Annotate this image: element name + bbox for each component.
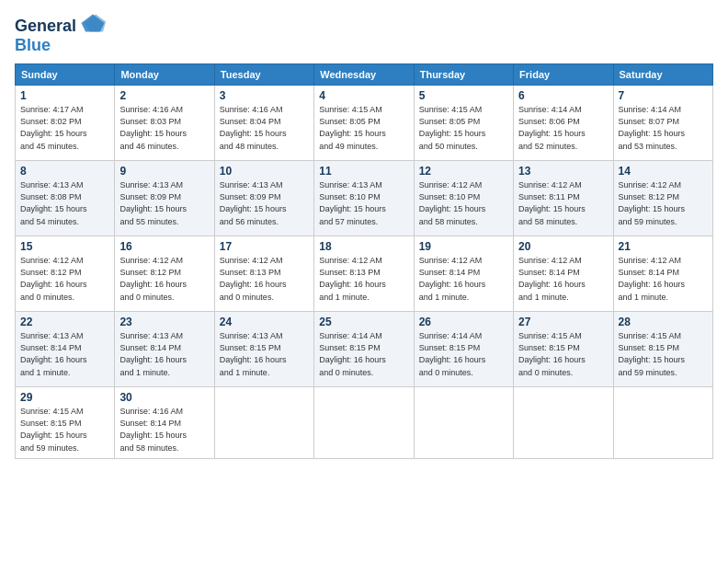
day-number: 19 xyxy=(419,240,508,253)
day-detail: Sunrise: 4:12 AM Sunset: 8:12 PM Dayligh… xyxy=(619,179,708,227)
calendar-cell: 23Sunrise: 4:13 AM Sunset: 8:14 PM Dayli… xyxy=(115,312,214,387)
day-number: 23 xyxy=(119,316,209,328)
day-number: 2 xyxy=(119,89,209,102)
day-number: 29 xyxy=(20,391,109,404)
day-number: 4 xyxy=(319,89,408,102)
day-number: 11 xyxy=(319,165,408,178)
calendar-cell: 10Sunrise: 4:13 AM Sunset: 8:09 PM Dayli… xyxy=(214,161,313,236)
calendar-cell: 1Sunrise: 4:17 AM Sunset: 8:02 PM Daylig… xyxy=(16,86,115,161)
day-detail: Sunrise: 4:12 AM Sunset: 8:14 PM Dayligh… xyxy=(518,255,608,303)
weekday-header-monday: Monday xyxy=(115,64,214,86)
day-detail: Sunrise: 4:13 AM Sunset: 8:14 PM Dayligh… xyxy=(119,330,209,378)
calendar-cell: 13Sunrise: 4:12 AM Sunset: 8:11 PM Dayli… xyxy=(514,161,613,236)
calendar-cell xyxy=(414,387,513,458)
day-detail: Sunrise: 4:15 AM Sunset: 8:05 PM Dayligh… xyxy=(419,104,508,152)
day-number: 3 xyxy=(220,89,309,102)
weekday-header-saturday: Saturday xyxy=(613,64,712,86)
day-number: 18 xyxy=(319,240,408,253)
day-detail: Sunrise: 4:15 AM Sunset: 8:15 PM Dayligh… xyxy=(20,406,109,454)
calendar-cell: 25Sunrise: 4:14 AM Sunset: 8:15 PM Dayli… xyxy=(314,312,414,387)
day-detail: Sunrise: 4:13 AM Sunset: 8:14 PM Dayligh… xyxy=(20,330,109,378)
day-detail: Sunrise: 4:14 AM Sunset: 8:15 PM Dayligh… xyxy=(419,330,508,378)
day-detail: Sunrise: 4:14 AM Sunset: 8:06 PM Dayligh… xyxy=(518,104,608,152)
calendar-cell: 12Sunrise: 4:12 AM Sunset: 8:10 PM Dayli… xyxy=(414,161,513,236)
calendar-cell: 5Sunrise: 4:15 AM Sunset: 8:05 PM Daylig… xyxy=(414,86,513,161)
day-number: 21 xyxy=(619,240,708,253)
day-number: 24 xyxy=(220,316,309,328)
calendar-cell: 6Sunrise: 4:14 AM Sunset: 8:06 PM Daylig… xyxy=(514,86,613,161)
calendar-cell: 9Sunrise: 4:13 AM Sunset: 8:09 PM Daylig… xyxy=(115,161,214,236)
day-detail: Sunrise: 4:12 AM Sunset: 8:11 PM Dayligh… xyxy=(518,179,608,227)
calendar-cell xyxy=(514,387,613,458)
day-number: 28 xyxy=(619,316,708,328)
header: General Blue xyxy=(15,11,713,54)
day-number: 25 xyxy=(319,316,408,328)
day-detail: Sunrise: 4:16 AM Sunset: 8:03 PM Dayligh… xyxy=(119,104,209,152)
calendar-cell: 3Sunrise: 4:16 AM Sunset: 8:04 PM Daylig… xyxy=(214,86,313,161)
calendar-cell: 27Sunrise: 4:15 AM Sunset: 8:15 PM Dayli… xyxy=(514,312,613,387)
day-number: 27 xyxy=(518,316,608,328)
weekday-header-thursday: Thursday xyxy=(414,64,513,86)
day-number: 1 xyxy=(20,89,109,102)
calendar-cell: 2Sunrise: 4:16 AM Sunset: 8:03 PM Daylig… xyxy=(115,86,214,161)
weekday-header-wednesday: Wednesday xyxy=(314,64,414,86)
day-number: 7 xyxy=(619,89,708,102)
calendar-cell: 28Sunrise: 4:15 AM Sunset: 8:15 PM Dayli… xyxy=(613,312,712,387)
day-detail: Sunrise: 4:12 AM Sunset: 8:14 PM Dayligh… xyxy=(419,255,508,303)
calendar-cell: 8Sunrise: 4:13 AM Sunset: 8:08 PM Daylig… xyxy=(16,161,115,236)
calendar-cell: 22Sunrise: 4:13 AM Sunset: 8:14 PM Dayli… xyxy=(16,312,115,387)
day-number: 22 xyxy=(20,316,109,328)
day-number: 15 xyxy=(20,240,109,253)
day-number: 10 xyxy=(220,165,309,178)
calendar-cell: 16Sunrise: 4:12 AM Sunset: 8:12 PM Dayli… xyxy=(115,236,214,312)
day-number: 5 xyxy=(419,89,508,102)
logo: General Blue xyxy=(15,11,104,54)
calendar-cell: 29Sunrise: 4:15 AM Sunset: 8:15 PM Dayli… xyxy=(16,387,115,458)
day-number: 9 xyxy=(119,165,209,178)
calendar-cell xyxy=(613,387,712,458)
day-detail: Sunrise: 4:15 AM Sunset: 8:15 PM Dayligh… xyxy=(619,330,708,378)
calendar-cell xyxy=(314,387,414,458)
day-detail: Sunrise: 4:16 AM Sunset: 8:04 PM Dayligh… xyxy=(220,104,309,152)
weekday-header-tuesday: Tuesday xyxy=(214,64,313,86)
day-number: 14 xyxy=(619,165,708,178)
day-detail: Sunrise: 4:12 AM Sunset: 8:10 PM Dayligh… xyxy=(419,179,508,227)
day-detail: Sunrise: 4:12 AM Sunset: 8:13 PM Dayligh… xyxy=(319,255,408,303)
calendar: SundayMondayTuesdayWednesdayThursdayFrid… xyxy=(15,63,713,458)
day-number: 8 xyxy=(20,165,109,178)
logo-text: General Blue xyxy=(15,11,104,54)
calendar-cell xyxy=(214,387,313,458)
day-detail: Sunrise: 4:13 AM Sunset: 8:10 PM Dayligh… xyxy=(319,179,408,227)
day-number: 17 xyxy=(220,240,309,253)
calendar-cell: 24Sunrise: 4:13 AM Sunset: 8:15 PM Dayli… xyxy=(214,312,313,387)
day-detail: Sunrise: 4:14 AM Sunset: 8:15 PM Dayligh… xyxy=(319,330,408,378)
day-detail: Sunrise: 4:12 AM Sunset: 8:12 PM Dayligh… xyxy=(20,255,109,303)
day-number: 13 xyxy=(518,165,608,178)
day-detail: Sunrise: 4:16 AM Sunset: 8:14 PM Dayligh… xyxy=(119,406,209,454)
day-detail: Sunrise: 4:14 AM Sunset: 8:07 PM Dayligh… xyxy=(619,104,708,152)
weekday-header-friday: Friday xyxy=(514,64,613,86)
page: General Blue SundayMondayTuesdayWedne xyxy=(0,0,728,563)
day-detail: Sunrise: 4:15 AM Sunset: 8:05 PM Dayligh… xyxy=(319,104,408,152)
day-detail: Sunrise: 4:13 AM Sunset: 8:09 PM Dayligh… xyxy=(119,179,209,227)
calendar-cell: 14Sunrise: 4:12 AM Sunset: 8:12 PM Dayli… xyxy=(613,161,712,236)
calendar-cell: 17Sunrise: 4:12 AM Sunset: 8:13 PM Dayli… xyxy=(214,236,313,312)
day-detail: Sunrise: 4:13 AM Sunset: 8:09 PM Dayligh… xyxy=(220,179,309,227)
day-number: 16 xyxy=(119,240,209,253)
day-detail: Sunrise: 4:12 AM Sunset: 8:14 PM Dayligh… xyxy=(619,255,708,303)
day-number: 26 xyxy=(419,316,508,328)
day-detail: Sunrise: 4:12 AM Sunset: 8:12 PM Dayligh… xyxy=(119,255,209,303)
calendar-cell: 15Sunrise: 4:12 AM Sunset: 8:12 PM Dayli… xyxy=(16,236,115,312)
day-number: 30 xyxy=(119,391,209,404)
day-number: 6 xyxy=(518,89,608,102)
day-detail: Sunrise: 4:17 AM Sunset: 8:02 PM Dayligh… xyxy=(20,104,109,152)
calendar-cell: 19Sunrise: 4:12 AM Sunset: 8:14 PM Dayli… xyxy=(414,236,513,312)
calendar-cell: 7Sunrise: 4:14 AM Sunset: 8:07 PM Daylig… xyxy=(613,86,712,161)
weekday-header-sunday: Sunday xyxy=(16,64,115,86)
day-detail: Sunrise: 4:15 AM Sunset: 8:15 PM Dayligh… xyxy=(518,330,608,378)
day-detail: Sunrise: 4:13 AM Sunset: 8:08 PM Dayligh… xyxy=(20,179,109,227)
calendar-cell: 20Sunrise: 4:12 AM Sunset: 8:14 PM Dayli… xyxy=(514,236,613,312)
calendar-cell: 30Sunrise: 4:16 AM Sunset: 8:14 PM Dayli… xyxy=(115,387,214,458)
calendar-cell: 18Sunrise: 4:12 AM Sunset: 8:13 PM Dayli… xyxy=(314,236,414,312)
day-number: 12 xyxy=(419,165,508,178)
